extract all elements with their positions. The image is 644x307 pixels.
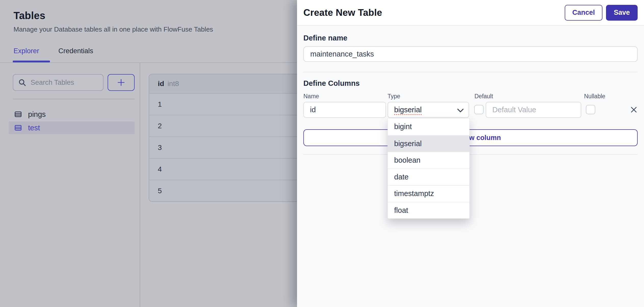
dropdown-option-timestamptz[interactable]: timestamptz — [388, 185, 469, 202]
columns-bottom-divider — [303, 154, 638, 155]
column-header-nullable: Nullable — [584, 93, 605, 100]
create-table-drawer: Create New Table Cancel Save Define name… — [297, 0, 644, 307]
define-name-label: Define name — [303, 34, 638, 42]
drawer-header: Create New Table Cancel Save — [297, 0, 644, 26]
add-column-button[interactable]: + Add new column — [303, 129, 638, 146]
table-name-input[interactable] — [303, 46, 638, 62]
section-divider — [303, 72, 638, 72]
default-value-input[interactable] — [486, 102, 581, 118]
remove-column-button[interactable] — [629, 105, 639, 115]
column-type-value: bigserial — [394, 106, 422, 114]
nullable-checkbox[interactable] — [586, 105, 595, 114]
drawer-title: Create New Table — [303, 7, 382, 18]
column-header-name: Name — [303, 93, 319, 100]
column-header-default: Default — [474, 93, 493, 100]
dropdown-option-boolean[interactable]: boolean — [388, 152, 469, 169]
close-icon — [630, 106, 638, 114]
drawer-actions: Cancel Save — [565, 5, 638, 21]
define-columns-label: Define Columns — [303, 79, 638, 88]
default-checkbox[interactable] — [474, 105, 484, 114]
chevron-down-icon — [457, 108, 464, 113]
dropdown-option-bigint[interactable]: bigint — [388, 118, 469, 135]
drawer-body: Define name Define Columns Name Type Def… — [297, 26, 644, 307]
save-button[interactable]: Save — [606, 5, 638, 21]
define-columns-area: Name Type Default Nullable bigserial — [303, 93, 638, 159]
cancel-button[interactable]: Cancel — [565, 5, 602, 21]
type-dropdown-menu: bigint bigserial boolean date timestampt… — [388, 118, 470, 219]
column-header-type: Type — [388, 93, 400, 100]
dropdown-option-float[interactable]: float — [388, 202, 469, 219]
column-type-select[interactable]: bigserial — [388, 102, 469, 118]
dropdown-option-date[interactable]: date — [388, 169, 469, 185]
app-window: Tables Manage your Database tables all i… — [0, 0, 644, 307]
dropdown-option-bigserial[interactable]: bigserial — [388, 135, 469, 152]
column-name-input[interactable] — [303, 102, 386, 118]
